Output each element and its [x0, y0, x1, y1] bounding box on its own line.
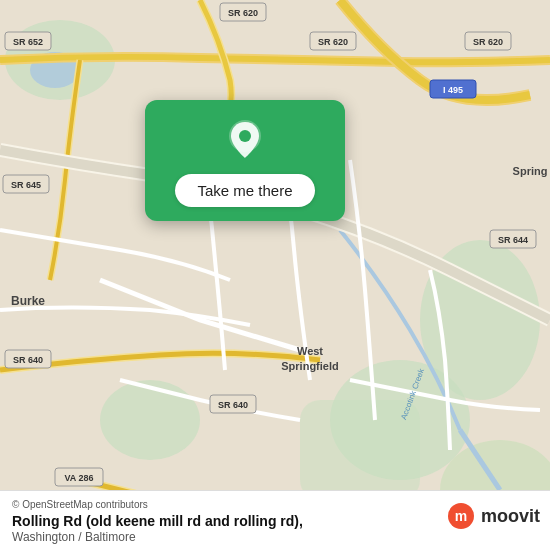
svg-text:SR 644: SR 644 — [498, 235, 528, 245]
svg-text:SR 620: SR 620 — [318, 37, 348, 47]
moovit-logo: m moovit — [447, 502, 540, 530]
svg-text:Spring: Spring — [513, 165, 548, 177]
svg-text:SR 640: SR 640 — [13, 355, 43, 365]
map-svg: SR 652 SR 620 SR 620 SR 620 I 495 SR 645… — [0, 0, 550, 550]
popup-card: Take me there — [145, 100, 345, 221]
svg-point-36 — [239, 130, 251, 142]
moovit-brand-text: moovit — [481, 506, 540, 527]
location-title: Rolling Rd (old keene mill rd and rollin… — [12, 513, 303, 529]
svg-text:SR 645: SR 645 — [11, 180, 41, 190]
svg-text:SR 620: SR 620 — [473, 37, 503, 47]
moovit-icon: m — [447, 502, 475, 530]
attribution-text: © OpenStreetMap contributors — [12, 499, 148, 510]
bottom-bar: © OpenStreetMap contributors Rolling Rd … — [0, 490, 550, 550]
map-container: SR 652 SR 620 SR 620 SR 620 I 495 SR 645… — [0, 0, 550, 550]
svg-text:West: West — [297, 345, 323, 357]
location-subtitle: Washington / Baltimore — [12, 530, 303, 544]
svg-text:I 495: I 495 — [443, 85, 463, 95]
svg-text:SR 640: SR 640 — [218, 400, 248, 410]
location-pin-icon — [223, 118, 267, 162]
take-me-there-button[interactable]: Take me there — [175, 174, 314, 207]
svg-text:m: m — [455, 508, 467, 524]
svg-text:Springfield: Springfield — [281, 360, 338, 372]
svg-text:Burke: Burke — [11, 294, 45, 308]
svg-text:VA 286: VA 286 — [64, 473, 93, 483]
svg-text:SR 652: SR 652 — [13, 37, 43, 47]
svg-text:SR 620: SR 620 — [228, 8, 258, 18]
svg-point-4 — [100, 380, 200, 460]
